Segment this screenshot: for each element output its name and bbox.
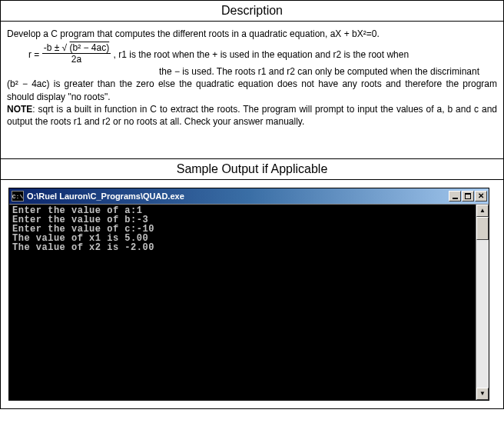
document-container: Description Develop a C program that com… [0,0,504,409]
minimize-button[interactable] [449,191,461,202]
formula-block: r = -b ± √ (b² − 4ac) 2a , r1 is the roo… [7,45,497,78]
description-intro: Develop a C program that computes the di… [7,28,497,40]
formula-numerator: -b ± √ (b² − 4ac) [42,43,111,54]
description-header: Description [1,1,503,22]
console-titlebar[interactable]: C:\ O:\Ruel Lauron\C_Programs\QUAD.exe ✕ [9,188,489,204]
console-title: O:\Ruel Lauron\C_Programs\QUAD.exe [27,192,448,201]
titlebar-button-group: ✕ [448,191,487,202]
formula-numer-prefix: -b ± √ [44,42,70,53]
formula-tail1: , r1 is the root when the + is used in t… [114,49,410,60]
note-text: : sqrt is a built in function in C to ex… [7,104,497,127]
formula-fraction: -b ± √ (b² − 4ac) 2a [42,43,111,64]
description-body: Develop a C program that computes the di… [1,22,503,159]
formula-line2: the − is used. The roots r1 and r2 can o… [159,66,479,77]
console-client-area: Enter the value of a:1 Enter the value o… [9,204,489,400]
note-label: NOTE [7,104,32,115]
console-app-icon: C:\ [12,191,24,202]
description-note: NOTE: sqrt is a built in function in C t… [7,103,497,128]
maximize-button[interactable] [462,191,474,202]
sample-output-header: Sample Output if Applicable [1,159,503,180]
console-window: C:\ O:\Ruel Lauron\C_Programs\QUAD.exe ✕… [8,188,489,401]
scroll-thumb[interactable] [476,217,489,240]
console-output[interactable]: Enter the value of a:1 Enter the value o… [9,205,476,400]
scroll-down-button[interactable]: ▼ [476,388,489,400]
close-button[interactable]: ✕ [475,191,487,202]
formula-line1: r = -b ± √ (b² − 4ac) 2a , r1 is the roo… [28,49,409,60]
formula-denominator: 2a [42,54,111,64]
formula-sqrt-arg: (b² − 4ac) [70,42,110,53]
sample-output-body: C:\ O:\Ruel Lauron\C_Programs\QUAD.exe ✕… [1,180,503,408]
scroll-up-button[interactable]: ▲ [476,205,489,217]
description-line3: (b² − 4ac) is greater than the zero else… [7,78,497,102]
scroll-track[interactable] [476,240,489,388]
vertical-scrollbar[interactable]: ▲ ▼ [476,205,489,400]
console-line: The value of x2 is -2.00 [12,242,154,253]
formula-lhs: r = [28,49,42,60]
